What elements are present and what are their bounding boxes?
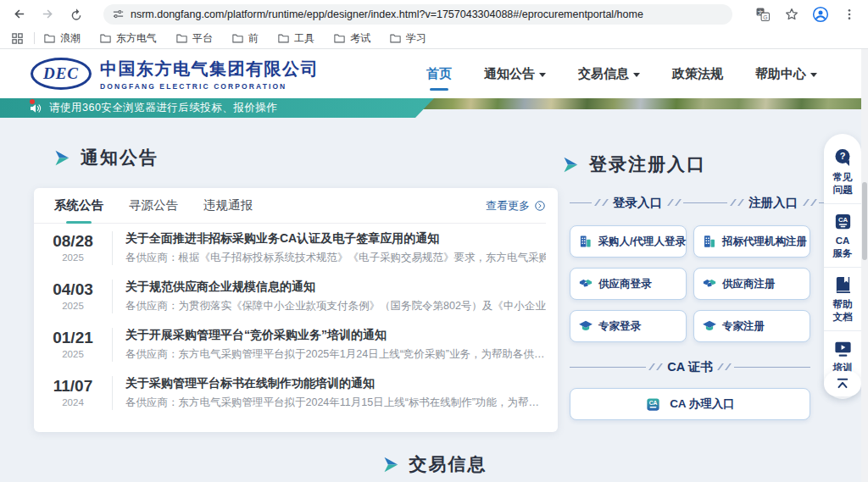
- dec-logo-oval: DEC: [31, 58, 92, 90]
- url-text: nsrm.dongfang.com/platform/runtime/epp/d…: [131, 8, 643, 20]
- notice-date: 01/21: [34, 330, 112, 347]
- question-icon: ?: [832, 147, 853, 168]
- notice-date: 08/28: [34, 233, 112, 251]
- folder-icon: [43, 32, 56, 45]
- chevron-down-icon: [539, 73, 546, 77]
- floating-sidebar: ? 常见问题 CA CA服务 帮助文档 培训视频: [824, 134, 861, 399]
- notice-year: 2025: [34, 252, 112, 263]
- divider: [34, 32, 35, 44]
- login-panel: 登录入口 注册入口 采购人/代理人登录 招标代理机构注册 供应商登录: [570, 191, 810, 420]
- nav-item-home[interactable]: 首页: [426, 59, 452, 89]
- svg-text:?: ?: [840, 151, 846, 161]
- notice-title[interactable]: 关于开展采购管理平台“竞价采购业务”培训的通知: [125, 328, 546, 343]
- notice-summary: 各供应商：根据《电子招标投标系统技术规范》《电子采购交易规范》要求，东方电气采购…: [125, 251, 546, 265]
- svg-text:G: G: [763, 14, 767, 19]
- bookmark-folder[interactable]: 浪潮: [43, 31, 81, 46]
- screen: nsrm.dongfang.com/platform/runtime/epp/d…: [0, 0, 868, 482]
- notice-tabs: 系统公告 寻源公告 违规通报 查看更多: [34, 188, 546, 224]
- page-scrollbar[interactable]: [861, 49, 868, 482]
- scrollbar-thumb[interactable]: [862, 182, 867, 260]
- banner-row: 请使用360安全浏览器进行后续投标、报价操作: [0, 98, 868, 118]
- bookmark-folder[interactable]: 工具: [277, 31, 314, 46]
- notice-list-item[interactable]: 08/28 2025 关于全面推进非招标采购业务CA认证及电子签章应用的通知 各…: [34, 224, 546, 272]
- agency-register-button[interactable]: 招标代理机构注册: [693, 225, 810, 258]
- reload-icon[interactable]: [64, 3, 88, 26]
- speaker-icon: [29, 102, 42, 115]
- browser-toolbar: nsrm.dongfang.com/platform/runtime/epp/d…: [0, 0, 868, 28]
- notice-title[interactable]: 关于全面推进非招标采购业务CA认证及电子签章应用的通知: [125, 231, 546, 247]
- svg-text:CA: CA: [649, 400, 658, 406]
- section-title: 交易信息: [409, 452, 487, 476]
- folder-icon: [389, 32, 402, 45]
- svg-text:CA: CA: [837, 216, 848, 224]
- tab-violation-reports[interactable]: 违规通报: [203, 188, 253, 224]
- section-title: 通知公告: [81, 146, 159, 169]
- forward-icon[interactable]: [36, 3, 59, 26]
- folder-icon: [99, 32, 112, 45]
- ca-entry-button[interactable]: CA CA 办理入口: [570, 388, 810, 420]
- ca-icon: CA: [645, 396, 661, 413]
- tab-sourcing-notices[interactable]: 寻源公告: [129, 188, 178, 224]
- expert-register-button[interactable]: 专家注册: [693, 310, 810, 342]
- notice-date: 11/07: [34, 378, 112, 396]
- menu-dots-icon[interactable]: [841, 6, 858, 23]
- profile-avatar[interactable]: [812, 6, 829, 23]
- bookmark-folder[interactable]: 学习: [389, 31, 426, 46]
- folder-icon: [277, 32, 290, 45]
- notice-year: 2025: [34, 301, 112, 311]
- back-to-top-button[interactable]: [824, 371, 861, 396]
- site-info-icon[interactable]: [112, 8, 125, 20]
- browser-notice-banner: 请使用360安全浏览器进行后续投标、报价操作: [0, 98, 434, 118]
- nav-item-help[interactable]: 帮助中心: [755, 59, 817, 89]
- company-name-en: DONGFANG ELECTRIC CORPORATION: [100, 82, 319, 91]
- circle-arrow-icon: [534, 200, 546, 212]
- section-title: 登录注册入口: [589, 152, 706, 176]
- login-entry-header: 登录入口: [570, 191, 705, 213]
- ca-cert-header: CA 证书: [570, 356, 810, 378]
- purchaser-login-button[interactable]: 采购人/代理人登录: [570, 225, 687, 258]
- bookmark-folder[interactable]: 平台: [175, 31, 213, 46]
- supplier-login-button[interactable]: 供应商登录: [570, 268, 687, 300]
- login-section-header: 登录注册入口: [561, 152, 706, 176]
- trade-section-header: 交易信息: [0, 452, 868, 476]
- nav-item-trade[interactable]: 交易信息: [578, 59, 640, 89]
- notice-summary: 各供应商：东方电气采购管理平台拟于2024年11月15日上线“标书在线制作”功能…: [125, 396, 546, 410]
- view-more-link[interactable]: 查看更多: [486, 198, 546, 213]
- notice-title[interactable]: 关于采购管理平台标书在线制作功能培训的通知: [125, 376, 546, 391]
- bookmark-folder[interactable]: 前: [231, 31, 259, 46]
- alert-dot: [30, 99, 35, 104]
- notice-list-item[interactable]: 11/07 2024 关于采购管理平台标书在线制作功能培训的通知 各供应商：东方…: [34, 368, 546, 417]
- translate-icon[interactable]: 文G: [754, 6, 771, 23]
- notice-year: 2024: [34, 397, 112, 407]
- section-arrow-icon: [561, 156, 579, 174]
- notice-list-item[interactable]: 01/21 2025 关于开展采购管理平台“竞价采购业务”培训的通知 各供应商：…: [34, 320, 546, 368]
- section-arrow-icon: [53, 149, 70, 167]
- ca-service-item[interactable]: CA CA服务: [824, 203, 861, 267]
- apps-grid-icon[interactable]: [8, 30, 25, 47]
- company-name-cn: 中国东方电气集团有限公司: [100, 58, 319, 80]
- building-icon: [702, 234, 717, 249]
- back-icon[interactable]: [7, 3, 31, 26]
- supplier-register-button[interactable]: 供应商注册: [693, 268, 810, 300]
- folder-icon: [231, 32, 244, 45]
- register-entry-header: 注册入口: [705, 191, 841, 213]
- bookmark-folder[interactable]: 考试: [333, 31, 370, 46]
- chevron-down-icon: [633, 73, 640, 77]
- expert-login-button[interactable]: 专家登录: [570, 310, 687, 342]
- nav-item-policy[interactable]: 政策法规: [672, 59, 723, 89]
- folder-icon: [175, 32, 188, 45]
- help-docs-item[interactable]: 帮助文档: [824, 267, 861, 330]
- bookmark-star-icon[interactable]: [783, 6, 800, 23]
- notice-date: 04/03: [34, 281, 112, 299]
- nav-item-notices[interactable]: 通知公告: [484, 59, 546, 89]
- notice-title[interactable]: 关于规范供应商企业规模信息的通知: [125, 280, 546, 295]
- url-bar[interactable]: nsrm.dongfang.com/platform/runtime/epp/d…: [103, 4, 732, 25]
- video-icon: [833, 339, 853, 358]
- section-arrow-icon: [381, 456, 399, 474]
- bookmark-folder[interactable]: 东方电气: [99, 31, 157, 46]
- notice-list-item[interactable]: 04/03 2025 关于规范供应商企业规模信息的通知 各供应商：为贯彻落实《保…: [34, 272, 546, 320]
- tab-system-notices[interactable]: 系统公告: [54, 188, 103, 224]
- ca-icon: CA: [833, 212, 853, 231]
- faq-item[interactable]: ? 常见问题: [824, 144, 861, 203]
- company-logo[interactable]: DEC 中国东方电气集团有限公司 DONGFANG ELECTRIC CORPO…: [31, 58, 319, 91]
